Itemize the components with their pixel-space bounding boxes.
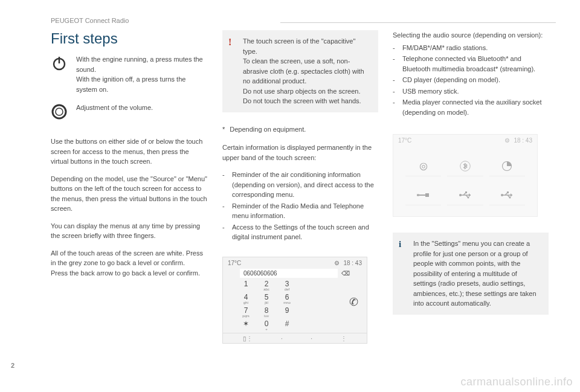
touchscreen-sources-mockup: 17°C ⚙ 18 : 43 ◎ <box>393 134 538 217</box>
aux-source-icon <box>405 185 441 205</box>
bluetooth-source-icon <box>447 156 483 176</box>
radio-source-icon: ◎ <box>405 156 441 176</box>
dial-display-row: 0606060606 ⌫ <box>223 269 367 278</box>
key-6: 6mno <box>281 294 293 304</box>
header-row: PEUGEOT Connect Radio <box>51 17 556 24</box>
touchscreen-dialer-mockup: 17°C ⚙ 18 : 43 0606060606 ⌫ 1 2abc 3def … <box>222 257 367 344</box>
column-3: Selecting the audio source (depending on… <box>393 30 549 344</box>
clock-readout: 18 : 43 <box>343 260 362 266</box>
paragraph: Depending on the model, use the "Source"… <box>51 174 208 214</box>
key-4: 4ghi <box>240 294 252 304</box>
list-item: Telephone connected via Bluetooth* and B… <box>393 54 549 74</box>
manual-page: PEUGEOT Connect Radio First steps With t… <box>0 0 580 344</box>
footnote: * Depending on equipment. <box>222 124 378 135</box>
key-3: 3def <box>281 280 293 291</box>
svg-point-2 <box>53 105 66 118</box>
info-icon: i <box>399 237 401 251</box>
screen-status-bar: 17°C ⚙ 18 : 43 <box>393 135 537 146</box>
warning-text: The touch screen is of the "capacitive" … <box>243 37 364 104</box>
source-grid: ◎ <box>393 146 537 216</box>
call-icon: ✆ <box>349 295 358 309</box>
content-columns: First steps With the engine running, a p… <box>51 30 556 344</box>
screen-bottom-bar: ▯⋮ ·· ⋮ <box>223 333 367 343</box>
temp-readout: 17°C <box>228 260 241 266</box>
settings-gear-icon: ⚙ <box>504 137 510 144</box>
list-item: CD player (depending on model). <box>393 75 549 85</box>
info-band-list: Reminder of the air conditioning informa… <box>222 170 378 242</box>
list-item: Access to the Settings of the touch scre… <box>222 222 378 242</box>
more-icon: ⋮ <box>341 335 347 342</box>
key-0: 0+ <box>260 320 272 331</box>
footnote-text: Depending on equipment. <box>230 124 306 135</box>
backspace-icon: ⌫ <box>338 270 350 277</box>
svg-point-4 <box>460 161 471 171</box>
paragraph: Selecting the audio source (depending on… <box>393 30 549 40</box>
paragraph: All of the touch areas of the screen are… <box>51 248 208 278</box>
exclamation-icon: ! <box>228 35 231 50</box>
warning-callout: ! The touch screen is of the "capacitive… <box>222 30 378 112</box>
volume-control-row: Adjustment of the volume. <box>51 103 208 120</box>
list-item: USB memory stick. <box>393 86 549 97</box>
info-text: In the "Settings" menu you can create a … <box>413 240 536 307</box>
column-2: ! The touch screen is of the "capacitive… <box>222 30 378 344</box>
list-item: Media player connected via the auxiliary… <box>393 97 549 117</box>
key-hash: # <box>281 320 293 331</box>
header-rule <box>280 22 556 23</box>
svg-rect-11 <box>465 191 467 193</box>
list-item: Reminder of the Radio Media and Telephon… <box>222 201 378 221</box>
paragraph: You can display the menus at any time by… <box>51 221 208 241</box>
power-control-row: With the engine running, a press mutes t… <box>51 54 208 94</box>
svg-rect-6 <box>425 193 429 197</box>
watermark: carmanualsonline.info <box>460 376 573 388</box>
paragraph: Use the buttons on either side of or bel… <box>51 137 208 167</box>
power-description: With the engine running, a press mutes t… <box>76 54 208 94</box>
page-title: First steps <box>51 30 208 47</box>
screen-status-bar: 17°C ⚙ 18 : 43 <box>223 257 367 269</box>
svg-rect-15 <box>507 191 509 193</box>
disc-source-icon <box>489 156 525 176</box>
key-9: 9 <box>281 307 293 318</box>
settings-gear-icon: ⚙ <box>334 260 340 266</box>
usb1-source-icon <box>447 185 483 205</box>
contacts-icon: ▯⋮ <box>243 335 253 342</box>
list-item: FM/DAB*/AM* radio stations. <box>393 43 549 53</box>
svg-rect-8 <box>417 194 419 196</box>
svg-rect-7 <box>419 194 425 196</box>
dialed-number: 0606060606 <box>240 269 338 278</box>
paragraph: Certain information is displayed permane… <box>222 143 378 162</box>
volume-dial-icon <box>51 103 68 120</box>
svg-point-3 <box>56 108 63 115</box>
audio-source-list: FM/DAB*/AM* radio stations. Telephone co… <box>393 43 549 118</box>
numeric-keypad: 1 2abc 3def 4ghi 5jkl 6mno 7pqrs 8tuv 9 … <box>223 278 367 333</box>
column-1: First steps With the engine running, a p… <box>51 30 208 344</box>
footnote-star: * <box>222 124 225 135</box>
key-8: 8tuv <box>260 307 272 318</box>
key-7: 7pqrs <box>240 307 252 318</box>
key-5: 5jkl <box>260 294 272 304</box>
page-number: 2 <box>11 362 14 369</box>
power-icon <box>51 54 68 71</box>
usb2-source-icon <box>489 185 525 205</box>
clock-readout: 18 : 43 <box>514 137 532 144</box>
temp-readout: 17°C <box>398 137 411 144</box>
info-callout: i In the "Settings" menu you can create … <box>393 233 549 315</box>
list-item: Reminder of the air conditioning informa… <box>222 170 378 200</box>
volume-description: Adjustment of the volume. <box>76 103 208 113</box>
key-star: ✶ <box>240 320 252 331</box>
document-section-label: PEUGEOT Connect Radio <box>51 17 280 24</box>
key-2: 2abc <box>260 280 272 291</box>
key-1: 1 <box>240 280 252 291</box>
